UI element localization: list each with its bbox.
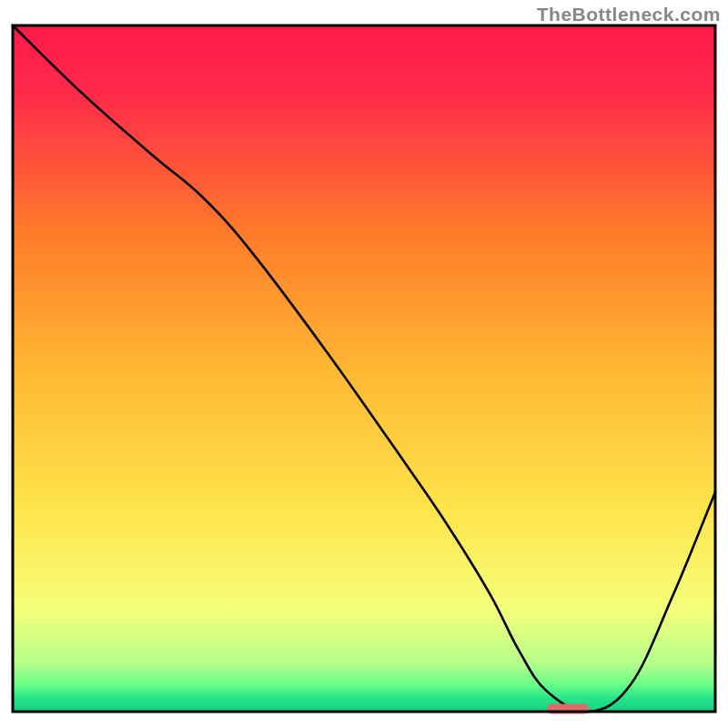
gradient-background bbox=[13, 25, 715, 712]
watermark-text: TheBottleneck.com bbox=[537, 4, 721, 25]
chart-svg bbox=[0, 0, 728, 728]
bottleneck-chart: TheBottleneck.com bbox=[0, 0, 728, 728]
plot-group bbox=[13, 25, 715, 714]
